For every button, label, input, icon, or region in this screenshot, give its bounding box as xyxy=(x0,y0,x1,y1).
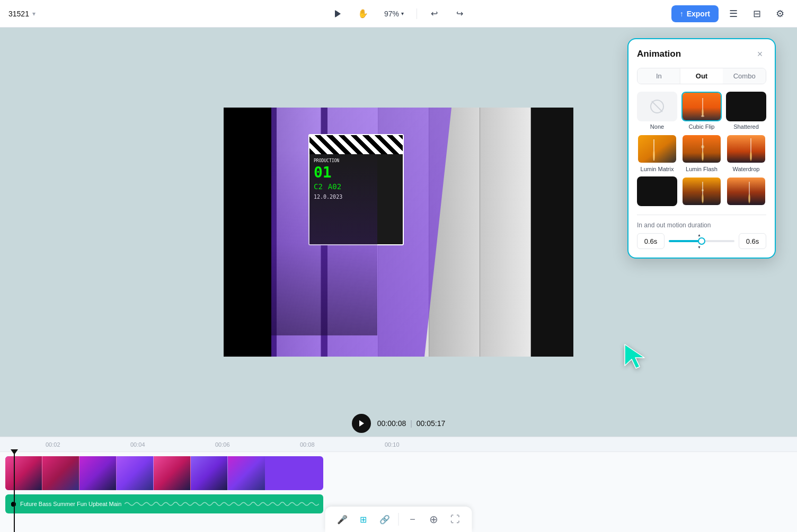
ruler-0: 00:02 xyxy=(46,441,60,448)
svg-point-22 xyxy=(702,189,704,191)
grid-button[interactable]: ⊞ xyxy=(354,510,373,529)
project-name: 31521 xyxy=(8,10,29,18)
svg-point-9 xyxy=(702,109,704,117)
fullscreen-button[interactable]: ⛶ xyxy=(446,510,465,529)
canvas-area: PRODUCTION 01 C2 A02 12.0.2023 xyxy=(0,28,797,437)
waveform-svg xyxy=(125,499,319,509)
waterdrop-svg xyxy=(727,135,766,164)
topbar-center-controls: ✋ 97% ▾ ↩ ↪ xyxy=(329,5,468,22)
ruler-1: 00:04 xyxy=(130,441,145,448)
timeline-area: 00:02 00:04 00:06 00:08 00:10 ⏺ Future B… xyxy=(0,437,797,532)
redo-button[interactable]: ↪ xyxy=(451,5,468,22)
zoom-control[interactable]: 97% ▾ xyxy=(380,7,408,20)
anim-row3-3[interactable] xyxy=(726,176,766,208)
anim-cubic-flip-label: Cubic Flip xyxy=(689,123,715,130)
anim-row3-3-thumb xyxy=(726,176,766,206)
anim-none[interactable]: None xyxy=(637,92,677,130)
track-thumb-2 xyxy=(42,456,79,490)
zoom-chevron-icon: ▾ xyxy=(401,11,404,16)
hand-tool-button[interactable]: ✋ xyxy=(355,5,371,22)
svg-rect-6 xyxy=(683,93,722,121)
audio-icon: ⏺ xyxy=(10,500,17,508)
lumin-matrix-svg xyxy=(638,135,677,164)
undo-button[interactable]: ↩ xyxy=(426,5,442,22)
video-track[interactable] xyxy=(5,456,323,490)
svg-marker-2 xyxy=(336,11,341,17)
anim-lumin-matrix-label: Lumin Matrix xyxy=(641,166,674,172)
timeline-ruler: 00:02 00:04 00:06 00:08 00:10 xyxy=(0,437,797,452)
link-button[interactable]: 🔗 xyxy=(375,510,394,529)
settings-button[interactable]: ⚙ xyxy=(772,5,789,22)
animation-grid: None xyxy=(637,92,766,208)
anim-cubic-flip[interactable]: Cubic Flip xyxy=(681,92,722,130)
panel-close-button[interactable]: × xyxy=(754,48,766,60)
zoom-out-button[interactable]: − xyxy=(403,510,422,529)
track-thumb-1 xyxy=(5,456,42,490)
anim-row3-2-thumb xyxy=(681,176,722,206)
play-triangle-icon xyxy=(333,10,342,18)
layers-button[interactable]: ☰ xyxy=(725,5,742,22)
export-button[interactable]: ↑ Export xyxy=(671,5,719,22)
anim-row3-2[interactable] xyxy=(681,176,722,208)
anim-lumin-flash[interactable]: Lumin Flash xyxy=(681,134,722,172)
anim-lumin-matrix[interactable]: Lumin Matrix xyxy=(637,134,677,172)
playhead[interactable] xyxy=(14,452,15,532)
duration-slider[interactable]: ▲ ▼ xyxy=(669,236,734,246)
anim-shattered-thumb xyxy=(726,92,766,121)
zoom-level: 97% xyxy=(384,10,399,18)
duration-label: In and out motion duration xyxy=(637,221,766,229)
play-btn-icon xyxy=(358,420,365,427)
export-label: Export xyxy=(687,10,710,18)
ruler-3: 00:08 xyxy=(300,441,315,448)
duration-row: ▲ ▼ xyxy=(637,233,766,249)
anim-lumin-flash-label: Lumin Flash xyxy=(686,166,718,172)
topbar-right-controls: ↑ Export ☰ ⊟ ⚙ xyxy=(671,5,789,22)
mic-button[interactable]: 🎤 xyxy=(333,510,352,529)
duration-section: In and out motion duration ▲ ▼ xyxy=(637,215,766,249)
anim-shattered-label: Shattered xyxy=(733,123,759,130)
ruler-4: 00:10 xyxy=(385,441,400,448)
tab-in[interactable]: In xyxy=(637,68,680,84)
track-thumb-7 xyxy=(228,456,265,490)
play-mode-button[interactable] xyxy=(329,5,346,22)
anim-waterdrop[interactable]: Waterdrop xyxy=(726,134,766,172)
row3-3-svg xyxy=(727,178,766,206)
anim-cubic-flip-thumb xyxy=(681,92,722,121)
time-separator: | xyxy=(410,419,412,428)
layout-button[interactable]: ⊟ xyxy=(748,5,765,22)
anim-lumin-matrix-thumb xyxy=(637,134,677,164)
project-name-area[interactable]: 31521 ▾ xyxy=(8,10,36,18)
svg-rect-24 xyxy=(727,178,766,206)
total-time-value: 00:05:17 xyxy=(417,419,446,428)
svg-point-15 xyxy=(702,152,704,161)
svg-point-16 xyxy=(701,145,704,148)
anim-lumin-flash-thumb xyxy=(681,134,722,164)
dropdown-chevron-icon[interactable]: ▾ xyxy=(32,10,36,17)
anim-waterdrop-label: Waterdrop xyxy=(733,166,760,172)
slider-thumb[interactable]: ▲ ▼ xyxy=(698,237,705,245)
toolbar-divider xyxy=(398,513,399,526)
duration-left-input[interactable] xyxy=(637,233,665,249)
svg-point-19 xyxy=(750,152,752,161)
tab-out[interactable]: Out xyxy=(680,68,723,84)
anim-row3-1[interactable] xyxy=(637,176,677,208)
video-frame: PRODUCTION 01 C2 A02 12.0.2023 xyxy=(224,108,573,357)
main-area: PRODUCTION 01 C2 A02 12.0.2023 xyxy=(0,28,797,437)
audio-track[interactable]: ⏺ Future Bass Summer Fun Upbeat Main xyxy=(5,494,323,513)
tab-combo[interactable]: Combo xyxy=(723,68,766,84)
track-thumb-3 xyxy=(79,456,117,490)
none-circle-icon xyxy=(649,99,665,114)
animation-tabs: In Out Combo xyxy=(637,68,766,84)
audio-track-label: Future Bass Summer Fun Upbeat Main xyxy=(20,501,121,507)
svg-line-5 xyxy=(652,101,662,112)
add-circle-button[interactable]: ⊕ xyxy=(424,510,444,529)
row3-2-svg xyxy=(683,178,722,206)
cursor-icon xyxy=(622,342,649,371)
track-thumb-6 xyxy=(191,456,228,490)
playback-bar: 00:00:08 | 00:05:17 xyxy=(0,410,797,437)
anim-shattered[interactable]: Shattered xyxy=(726,92,766,130)
duration-right-input[interactable] xyxy=(739,233,766,249)
svg-rect-17 xyxy=(727,135,766,164)
svg-point-23 xyxy=(702,194,704,203)
play-pause-button[interactable] xyxy=(352,414,371,433)
